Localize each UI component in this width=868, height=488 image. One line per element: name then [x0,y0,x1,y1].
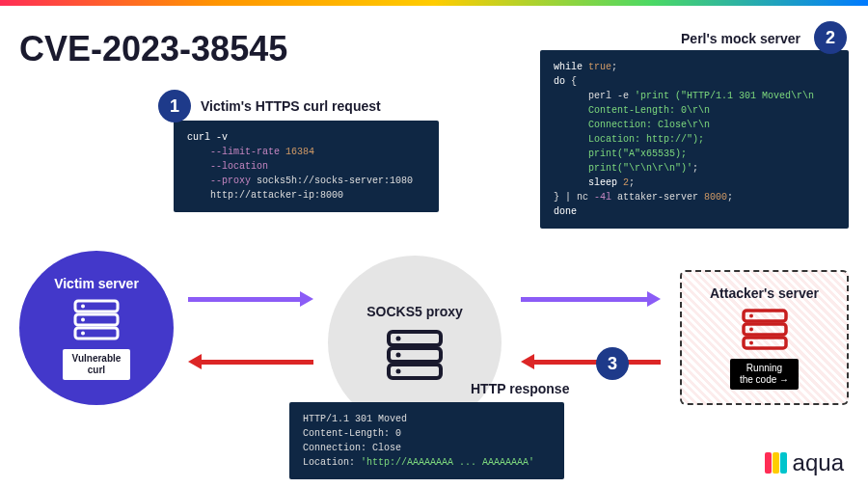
proxy-title: SOCKS5 proxy [366,304,463,319]
svg-point-4 [81,318,85,322]
server-icon [72,299,121,341]
code-http-response: HTTP/1.1 301 Moved Content-Length: 0 Con… [289,402,564,479]
svg-point-5 [81,332,85,336]
step-badge-3: 3 [596,347,629,380]
aqua-logo-icon [765,452,787,474]
top-gradient [0,0,868,6]
aqua-logo-text: aqua [793,449,844,476]
aqua-logo: aqua [765,449,844,476]
victim-server-node: Victim server Vulnerablecurl [19,251,174,405]
code-curl-request: curl -v --limit-rate 16384 --location --… [174,121,439,212]
attacker-server-node: Attacker's server Runningthe code → [680,270,849,405]
label-http-response: HTTP response [471,381,569,396]
code-perl-server: while true; do { perl -e 'print ("HTTP/1… [540,50,849,229]
svg-point-17 [749,341,753,345]
page-title: CVE-2023-38545 [19,29,287,69]
server-icon [741,309,789,351]
label-victim-request: Victim's HTTPS curl request [201,98,381,114]
running-code-tag: Runningthe code → [730,359,799,390]
step-badge-1: 1 [158,90,191,122]
vulnerable-curl-tag: Vulnerablecurl [63,349,131,380]
svg-point-3 [81,305,85,309]
victim-title: Victim server [54,276,139,291]
label-mock-server: Perl's mock server [681,31,800,46]
svg-point-16 [749,328,753,332]
step-badge-2: 2 [814,21,847,54]
svg-point-15 [749,314,753,318]
svg-point-11 [396,369,401,374]
server-icon [385,329,445,381]
attacker-title: Attacker's server [710,285,819,301]
svg-point-10 [396,353,401,358]
svg-point-9 [396,337,401,341]
